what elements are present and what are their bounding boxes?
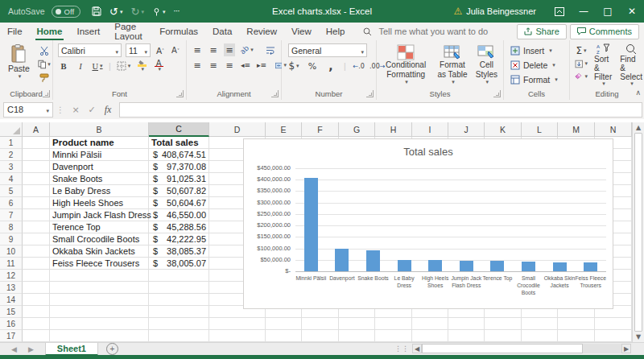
row-header-9[interactable]: 9 xyxy=(0,233,23,246)
chart-bar-9[interactable] xyxy=(553,262,567,271)
cell-B4[interactable]: Snake Boots xyxy=(50,173,149,185)
increase-indent-icon[interactable]: ▸≡ xyxy=(256,59,267,72)
cell-C14[interactable] xyxy=(149,294,209,306)
cell-A14[interactable] xyxy=(23,294,50,306)
cell-G17[interactable] xyxy=(339,330,375,342)
format-cells-button[interactable]: Format xyxy=(510,73,564,86)
scroll-right-icon[interactable]: ▶ xyxy=(621,344,631,353)
italic-button[interactable]: I xyxy=(75,60,86,72)
redo-button[interactable]: ↻▾ xyxy=(130,6,143,17)
cell-G16[interactable] xyxy=(339,318,375,330)
tab-home[interactable]: Home xyxy=(30,23,70,40)
cell-A9[interactable] xyxy=(23,233,50,246)
row-header-17[interactable]: 17 xyxy=(0,330,23,342)
cell-C9[interactable]: $42,222.95 xyxy=(149,233,209,246)
cell-C4[interactable]: $91,025.31 xyxy=(149,173,209,185)
decrease-font-size-button[interactable]: A˅ xyxy=(170,44,181,57)
insert-function-button[interactable]: fx xyxy=(100,104,116,116)
cell-N17[interactable] xyxy=(595,330,632,342)
cell-A12[interactable] xyxy=(23,270,50,282)
cell-J16[interactable] xyxy=(448,318,485,330)
cell-B13[interactable] xyxy=(50,282,149,294)
cell-I16[interactable] xyxy=(412,318,448,330)
tab-formulas[interactable]: Formulas xyxy=(152,23,205,40)
delete-cells-button[interactable]: Delete xyxy=(510,59,564,72)
row-header-11[interactable]: 11 xyxy=(0,258,23,270)
cell-styles-button[interactable]: Cell Styles xyxy=(473,43,500,87)
cell-A8[interactable] xyxy=(23,221,50,233)
autosum-button[interactable]: Σ xyxy=(575,45,588,56)
share-button[interactable]: Share xyxy=(517,24,566,39)
cell-B2[interactable]: Minnki Pälsii xyxy=(50,149,149,161)
undo-button[interactable]: ↺▾ xyxy=(109,6,122,17)
format-painter-icon[interactable] xyxy=(38,72,51,84)
horizontal-scrollbar[interactable]: ⋮⋮ ◀ ▶ xyxy=(394,344,636,353)
tab-file[interactable]: File xyxy=(0,23,30,40)
conditional-formatting-button[interactable]: Conditional Formatting xyxy=(380,43,431,87)
fill-button[interactable] xyxy=(575,58,588,69)
touch-mode-dropdown-icon[interactable]: ▾ xyxy=(163,9,166,14)
column-header-J[interactable]: J xyxy=(448,122,485,137)
chart-bar-5[interactable] xyxy=(428,260,442,271)
customize-quick-access-button[interactable]: ⸱⸱⸱ xyxy=(173,7,180,15)
cell-K16[interactable] xyxy=(485,318,522,330)
chart-bar-7[interactable] xyxy=(490,261,504,271)
tab-data[interactable]: Data xyxy=(205,23,239,40)
next-sheet-icon[interactable]: ▶ xyxy=(28,345,45,353)
number-format-select[interactable]: General xyxy=(288,43,367,57)
top-align-icon[interactable]: ≡ xyxy=(192,43,203,56)
percent-style-button[interactable]: % xyxy=(307,60,318,72)
cell-C16[interactable] xyxy=(149,318,209,330)
tab-insert[interactable]: Insert xyxy=(69,23,107,40)
cell-K17[interactable] xyxy=(485,330,522,342)
cell-C15[interactable] xyxy=(149,306,209,318)
borders-button[interactable] xyxy=(117,60,131,72)
sheet-tab-sheet1[interactable]: Sheet1 xyxy=(45,343,98,356)
column-header-B[interactable]: B xyxy=(50,122,149,137)
cell-A10[interactable] xyxy=(23,246,50,258)
row-header-6[interactable]: 6 xyxy=(0,197,23,209)
tab-page-layout[interactable]: Page Layout xyxy=(107,23,152,40)
cell-A2[interactable] xyxy=(23,149,50,161)
decrease-indent-icon[interactable]: ◂≡ xyxy=(240,59,251,72)
cell-B7[interactable]: Jumpin Jack Flash Dress xyxy=(50,209,149,221)
comma-style-button[interactable]: , xyxy=(325,60,336,72)
cell-C3[interactable]: $97,370.08 xyxy=(149,161,209,173)
cell-C12[interactable] xyxy=(149,270,209,282)
enter-icon[interactable]: ✓ xyxy=(84,105,100,115)
align-left-icon[interactable]: ≡ xyxy=(192,59,203,72)
tab-split-handle[interactable]: ⋮⋮ xyxy=(394,345,409,353)
tab-help[interactable]: Help xyxy=(319,23,353,40)
accounting-format-button[interactable]: $ xyxy=(288,60,299,72)
chart-bar-10[interactable] xyxy=(584,262,597,271)
collapse-ribbon-icon[interactable]: ∧ xyxy=(635,89,641,97)
cell-D17[interactable] xyxy=(209,330,266,342)
scroll-up-icon[interactable]: ▲ xyxy=(633,122,644,133)
user-name[interactable]: Julia Beingessner xyxy=(466,6,536,16)
insert-cells-button[interactable]: Insert xyxy=(510,44,564,57)
cell-B9[interactable]: Small Crocodile Boots xyxy=(50,233,149,246)
cell-L16[interactable] xyxy=(522,318,558,330)
cell-B12[interactable] xyxy=(50,270,149,282)
middle-align-icon[interactable]: ≡ xyxy=(208,43,219,56)
sort-filter-button[interactable]: AZ Sort & Filter xyxy=(592,43,613,89)
paste-button[interactable]: Paste xyxy=(3,43,35,84)
cell-I17[interactable] xyxy=(412,330,448,342)
tab-review[interactable]: Review xyxy=(239,23,284,40)
format-as-table-button[interactable]: Format as Table xyxy=(433,43,471,87)
cell-A4[interactable] xyxy=(23,173,50,185)
cell-C10[interactable]: $38,085.37 xyxy=(149,246,209,258)
cell-F17[interactable] xyxy=(302,330,339,342)
cell-D16[interactable] xyxy=(209,318,266,330)
copy-icon[interactable] xyxy=(38,59,51,70)
cell-A11[interactable] xyxy=(23,258,50,270)
row-header-16[interactable]: 16 xyxy=(0,318,23,330)
cell-A3[interactable] xyxy=(23,161,50,173)
cell-F16[interactable] xyxy=(302,318,339,330)
comments-button[interactable]: Comments xyxy=(570,24,639,39)
minimize-button[interactable]: — xyxy=(572,0,596,23)
cell-B14[interactable] xyxy=(50,294,149,306)
chart-bar-1[interactable] xyxy=(304,178,318,271)
chart-bar-4[interactable] xyxy=(398,260,411,271)
row-header-3[interactable]: 3 xyxy=(0,161,23,173)
